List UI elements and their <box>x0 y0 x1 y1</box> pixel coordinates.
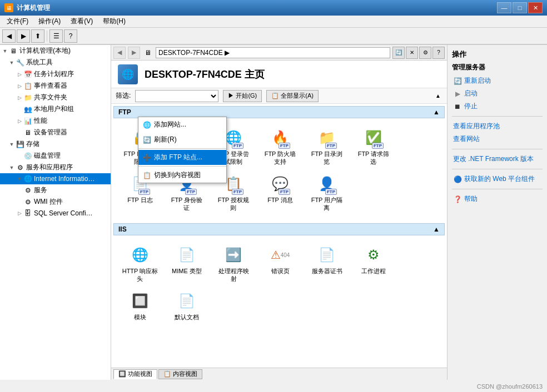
sidebar-item-sqlconfig[interactable]: ▷ 🗄 SQL Server Configura... <box>0 208 111 219</box>
action-change-dotnet[interactable]: 更改 .NET Framework 版本 <box>452 153 543 165</box>
refresh-addr-button[interactable]: 🔄 <box>392 47 405 59</box>
help-addr-button[interactable]: ? <box>432 47 445 59</box>
stop-addr-button[interactable]: ✕ <box>406 47 418 59</box>
sidebar-item-tools[interactable]: ▼ 🔧 系统工具 <box>0 57 111 68</box>
ftp-section-toggle[interactable]: ▲ <box>433 108 440 116</box>
mime-types-icon-wrapper: 📄 <box>176 245 198 267</box>
help-button[interactable]: ? <box>64 29 77 43</box>
menu-bar: 文件(F) 操作(A) 查看(V) 帮助(H) <box>0 16 547 28</box>
tree-toggle-sql: ▷ <box>16 209 23 217</box>
up-button[interactable]: ⬆ <box>31 29 44 43</box>
ftp-auth-label: FTP 身份验证 <box>171 196 203 212</box>
main-layout: ▼ 🖥 计算机管理(本地) ▼ 🔧 系统工具 ▷ 📅 任务计划程序 ▷ 📋 事件… <box>0 44 547 380</box>
restart-icon: 🔄 <box>453 77 462 86</box>
icon-handler-mappings[interactable]: ➡️ 处理程序映射 <box>211 242 256 286</box>
tab-feature-view[interactable]: 🔲 功能视图 <box>113 369 157 379</box>
nav-forward-button[interactable]: ▶ <box>128 47 140 59</box>
stop-icon: ⏹ <box>453 102 462 111</box>
localusers-icon: 👥 <box>23 105 32 114</box>
maximize-button[interactable]: □ <box>513 2 527 13</box>
filter-showall-button[interactable]: 📋 全部显示(A) <box>266 90 319 102</box>
sidebar-item-root[interactable]: ▼ 🖥 计算机管理(本地) <box>0 45 111 57</box>
ftp-reqfilter-icon-wrapper: ✅ FTP <box>362 128 385 150</box>
action-restart[interactable]: 🔄 重新启动 <box>452 74 543 87</box>
forward-button[interactable]: ▶ <box>17 29 30 43</box>
back-button[interactable]: ◀ <box>2 29 16 43</box>
menu-view[interactable]: 查看(V) <box>66 16 97 27</box>
right-panel-title: 操作 <box>452 49 543 59</box>
icon-error-pages[interactable]: ⚠404 错误页 <box>258 242 302 286</box>
ftp-reqfilter-label: FTP 请求筛选 <box>358 150 390 166</box>
action-view-sites[interactable]: 查看网站 <box>452 133 543 145</box>
sidebar-item-diskmgmt[interactable]: 💿 磁盘管理 <box>0 150 111 162</box>
sidebar-item-svcapps[interactable]: ▼ ⚙ 服务和应用程序 <box>0 162 111 173</box>
list-button[interactable]: ☰ <box>49 29 63 43</box>
toolbar: ◀ ▶ ⬆ ☰ ? <box>0 28 547 44</box>
ctx-refresh[interactable]: 🔄 刷新(R) <box>138 132 226 147</box>
icon-default-doc[interactable]: 📄 默认文档 <box>165 288 209 324</box>
address-path[interactable]: DESKTOP-7FN4CDE ▶ <box>156 47 390 58</box>
address-actions: 🔄 ✕ ⚙ ? <box>392 47 445 59</box>
get-web-platform-label: 获取新的 Web 平台组件 <box>464 174 535 184</box>
middle-panel: ◀ ▶ 🖥 DESKTOP-7FN4CDE ▶ 🔄 ✕ ⚙ ? 🌐 DESKTO… <box>111 45 447 380</box>
minimize-button[interactable]: — <box>497 2 511 13</box>
filter-bar: 筛选: ▶ 开始(G) 📋 全部显示(A) ▲ <box>111 88 447 104</box>
taskscheduler-icon: 📅 <box>23 70 32 79</box>
menu-help[interactable]: 帮助(H) <box>98 16 130 27</box>
ctx-switch-content-view[interactable]: 📋 切换到内容视图 <box>138 168 226 183</box>
action-view-apppools[interactable]: 查看应用程序池 <box>452 120 543 133</box>
icon-http-headers[interactable]: 🌐 HTTP 响应标头 <box>118 242 162 286</box>
default-doc-label: 默认文档 <box>175 313 199 321</box>
icon-modules[interactable]: 🔲 模块 <box>118 288 162 324</box>
ctx-add-website[interactable]: 🌐 添加网站... <box>138 117 226 132</box>
icon-ftp-reqfilter[interactable]: ✅ FTP FTP 请求筛选 <box>351 125 396 169</box>
icon-ftp-msg[interactable]: 💬 FTP FTP 消息 <box>258 171 302 215</box>
sidebar-item-performance[interactable]: ▷ 📊 性能 <box>0 115 111 127</box>
tree-toggle-stor: ▼ <box>8 140 16 148</box>
help-right-icon: ❓ <box>453 195 462 204</box>
ftp-firewall-label: FTP 防火墙支持 <box>265 150 296 166</box>
action-stop[interactable]: ⏹ 停止 <box>452 100 543 113</box>
icon-worker-process[interactable]: ⚙ 工作进程 <box>351 242 396 286</box>
sidebar-item-storage[interactable]: ▼ 💾 存储 <box>0 138 111 150</box>
action-start[interactable]: ▶ 启动 <box>452 87 543 100</box>
sidebar-item-devicemgr[interactable]: 🖥 设备管理器 <box>0 127 111 138</box>
icon-mime-types[interactable]: 📄 MIME 类型 <box>165 242 209 286</box>
scroll-up-button[interactable]: ▲ <box>434 92 442 100</box>
sidebar-label-svc: 服务和应用程序 <box>26 163 73 172</box>
sidebar-item-iis[interactable]: ▼ 🌐 Internet Information S... <box>0 173 111 184</box>
menu-action[interactable]: 操作(A) <box>34 16 65 27</box>
sidebar-item-services[interactable]: ⚙ 服务 <box>0 184 111 196</box>
icon-ftp-dirbrowse[interactable]: 📁 FTP FTP 目录浏览 <box>305 125 349 169</box>
sidebar-item-sharedfolder[interactable]: ▷ 📁 共享文件夹 <box>0 92 111 103</box>
sidebar-item-localusers[interactable]: 👥 本地用户和组 <box>0 103 111 115</box>
ctx-separator <box>138 148 226 149</box>
worker-process-icon-wrapper: ⚙ <box>362 245 385 267</box>
settings-addr-button[interactable]: ⚙ <box>419 47 431 59</box>
close-button[interactable]: ✕ <box>528 2 543 13</box>
sidebar-item-root-label: 计算机管理(本地) <box>19 46 71 56</box>
action-get-web-platform[interactable]: 🔵 获取新的 Web 平台组件 <box>452 173 543 185</box>
tree-toggle-ev: ▷ <box>16 82 23 90</box>
action-help[interactable]: ❓ 帮助 <box>452 193 543 205</box>
icon-ftp-firewall[interactable]: 🔥 FTP FTP 防火墙支持 <box>258 125 302 169</box>
tab-content-view[interactable]: 📋 内容视图 <box>158 369 202 379</box>
menu-file[interactable]: 文件(F) <box>2 16 33 27</box>
iis-section-toggle[interactable]: ▲ <box>433 225 440 233</box>
nav-back-button[interactable]: ◀ <box>113 47 126 59</box>
ctx-add-ftp[interactable]: ➕ 添加 FTP 站点... <box>138 150 226 165</box>
sidebar: ▼ 🖥 计算机管理(本地) ▼ 🔧 系统工具 ▷ 📅 任务计划程序 ▷ 📋 事件… <box>0 45 111 380</box>
action-start-label: 启动 <box>464 89 478 98</box>
tree-toggle-wmi <box>16 198 23 206</box>
sidebar-item-eventviewer[interactable]: ▷ 📋 事件查看器 <box>0 80 111 92</box>
server-cert-label: 服务器证书 <box>312 267 342 275</box>
sidebar-item-taskscheduler[interactable]: ▷ 📅 任务计划程序 <box>0 68 111 80</box>
svcapps-icon: ⚙ <box>16 163 24 172</box>
sidebar-item-wmi[interactable]: ⚙ WMI 控件 <box>0 196 111 208</box>
icon-ftp-userisol[interactable]: 👤 FTP FTP 用户隔离 <box>305 171 349 215</box>
sidebar-label-ts: 任务计划程序 <box>34 69 74 79</box>
http-headers-icon-wrapper: 🌐 <box>129 245 151 267</box>
filter-start-button[interactable]: ▶ 开始(G) <box>223 90 262 102</box>
icon-server-cert[interactable]: 📄 服务器证书 <box>305 242 349 286</box>
filter-select[interactable] <box>135 90 218 102</box>
